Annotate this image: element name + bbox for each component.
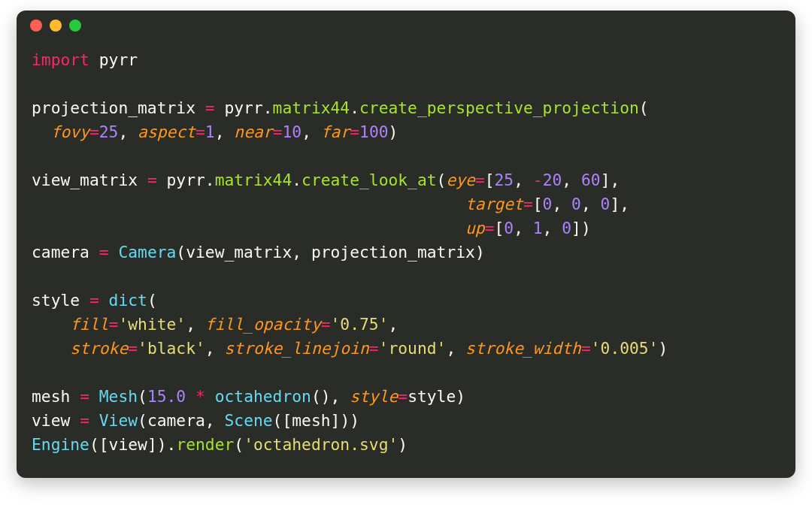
neg: -: [533, 171, 543, 189]
num: 15.0: [147, 387, 186, 406]
kwarg: eye: [446, 171, 474, 189]
str: 'round': [379, 339, 447, 358]
cls: Scene: [225, 411, 273, 430]
op: =: [369, 339, 379, 358]
punct: ,: [301, 122, 321, 141]
arg: mesh: [292, 411, 330, 430]
str: 'white': [118, 315, 186, 334]
punct: .: [350, 98, 359, 117]
op: =: [205, 98, 215, 117]
punct: ,: [543, 219, 562, 237]
punct: ([: [273, 411, 292, 430]
arg: style: [408, 387, 456, 406]
attr: matrix44: [273, 98, 350, 117]
punct: ,: [552, 195, 571, 213]
code-line: view = View(camera, Scene([mesh])): [32, 409, 780, 433]
op: =: [89, 122, 99, 141]
str: 'black': [138, 339, 205, 358]
punct: ([: [89, 435, 109, 454]
code-line: Engine([view]).render('octahedron.svg'): [32, 433, 780, 457]
op: =: [99, 243, 109, 262]
punct: ,: [514, 219, 533, 237]
num: 1: [205, 122, 215, 141]
punct: ): [389, 122, 398, 141]
cls: Engine: [32, 435, 89, 454]
str: 'octahedron.svg': [244, 435, 398, 454]
zoom-icon[interactable]: [69, 20, 81, 32]
num: 10: [282, 122, 301, 141]
punct: .: [167, 435, 177, 454]
code-line: target=[0, 0, 0],: [32, 192, 780, 216]
minimize-icon[interactable]: [50, 20, 62, 32]
op: =: [147, 171, 157, 189]
num: 1: [533, 219, 543, 237]
kwarg: far: [321, 122, 350, 141]
kwarg: fovy: [51, 122, 89, 141]
punct: ): [475, 243, 485, 262]
close-icon[interactable]: [30, 20, 42, 32]
punct: ,: [581, 195, 601, 213]
method: render: [176, 435, 234, 454]
op: =: [581, 339, 591, 358]
op: *: [195, 387, 205, 406]
var: projection_matrix: [32, 98, 195, 117]
func: create_look_at: [301, 171, 437, 189]
punct: ]: [571, 219, 581, 237]
num: 0: [562, 219, 571, 237]
num: 60: [581, 171, 601, 189]
code-line-blank: [32, 72, 780, 96]
op: =: [128, 339, 138, 358]
op: =: [350, 122, 359, 141]
punct: ,: [562, 171, 581, 189]
ref: pyrr: [167, 171, 205, 189]
punct: [: [533, 195, 543, 213]
punct: ])): [331, 411, 359, 430]
punct: ): [581, 219, 591, 237]
pad: [32, 195, 465, 213]
var: view: [32, 411, 70, 430]
indent: [32, 315, 70, 334]
code-line: view_matrix = pyrr.matrix44.create_look_…: [32, 168, 780, 192]
kwarg: stroke: [70, 339, 128, 358]
pad: [32, 219, 465, 237]
var: style: [32, 291, 80, 310]
var: mesh: [32, 387, 70, 406]
punct: ,: [514, 171, 533, 189]
kwarg: target: [465, 195, 523, 213]
code-line: fovy=25, aspect=1, near=10, far=100): [32, 120, 780, 144]
str: '0.75': [331, 315, 389, 334]
arg: view: [109, 435, 147, 454]
op: =: [485, 219, 495, 237]
kwarg: stroke_width: [465, 339, 581, 358]
punct: ,: [205, 339, 225, 358]
kwarg: aspect: [138, 122, 195, 141]
var: camera: [32, 243, 89, 262]
punct: ,: [292, 243, 311, 262]
kwarg: stroke_linejoin: [224, 339, 368, 358]
op: =: [80, 387, 89, 406]
code-line: import pyrr: [32, 48, 780, 72]
punct: ,: [388, 315, 398, 334]
kwarg: style: [350, 387, 398, 406]
punct: [: [485, 171, 495, 189]
code-window: import pyrr projection_matrix = pyrr.mat…: [17, 11, 795, 478]
var: view_matrix: [32, 171, 138, 189]
punct: ): [456, 387, 465, 406]
code-line-blank: [32, 144, 780, 168]
num: 100: [359, 122, 388, 141]
module-name: pyrr: [99, 50, 138, 69]
code-block: import pyrr projection_matrix = pyrr.mat…: [17, 41, 795, 478]
punct: ): [659, 339, 668, 358]
kwarg: up: [465, 219, 485, 237]
builtin: dict: [109, 291, 147, 310]
punct: .: [263, 98, 273, 117]
punct: ,: [446, 339, 465, 358]
punct: .: [292, 171, 301, 189]
code-line: stroke='black', stroke_linejoin='round',…: [32, 337, 780, 361]
punct: [: [494, 219, 504, 237]
code-line: mesh = Mesh(15.0 * octahedron(), style=s…: [32, 385, 780, 409]
kwarg: near: [234, 122, 272, 141]
num: 0: [571, 195, 581, 213]
num: 20: [543, 171, 562, 189]
keyword-import: import: [32, 50, 89, 69]
